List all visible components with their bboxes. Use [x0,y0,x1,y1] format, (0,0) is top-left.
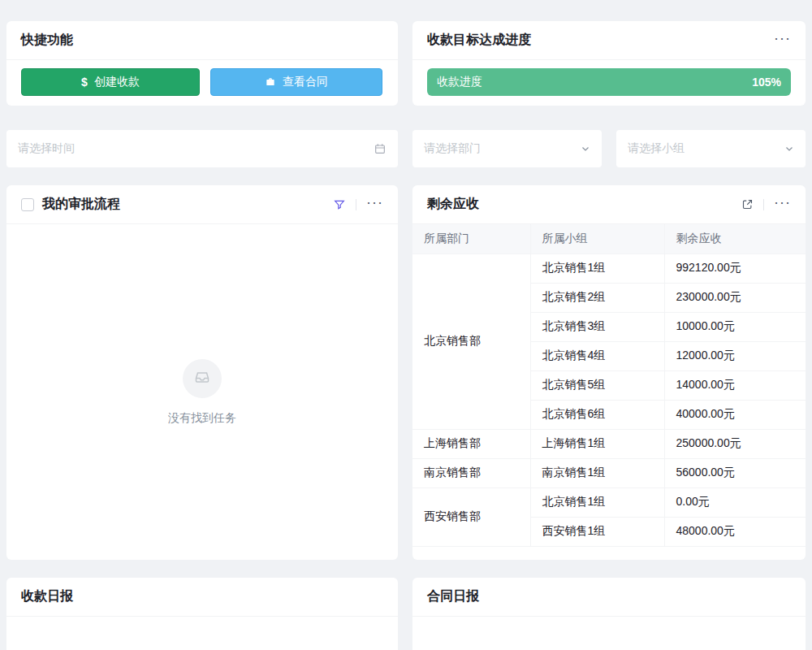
table-row: 北京销售部北京销售1组992120.00元 [412,254,806,283]
empty-state-text: 没有找到任务 [168,411,236,426]
department-cell: 南京销售部 [412,458,530,488]
quick-actions-title: 快捷功能 [21,32,73,49]
collection-progress-bar: 收款进度 105% [427,68,791,96]
amount-cell: 230000.00元 [664,283,806,312]
more-icon[interactable]: ··· [774,31,791,50]
calendar-icon [374,142,387,155]
column-header-group: 所属小组 [530,224,664,254]
group-cell: 北京销售1组 [530,254,664,283]
approval-flow-title: 我的审批流程 [42,196,120,213]
filter-icon[interactable] [333,198,346,211]
amount-cell: 992120.00元 [664,254,806,283]
department-cell: 西安销售部 [412,488,530,546]
briefcase-icon [265,76,276,88]
group-cell: 北京销售2组 [530,283,664,312]
divider [356,199,356,210]
create-payment-label: 创建收款 [94,75,140,89]
department-cell: 北京销售部 [412,254,530,429]
amount-cell: 56000.00元 [664,458,806,488]
column-header-department: 所属部门 [412,224,530,254]
table-header-row: 所属部门 所属小组 剩余应收 [412,224,806,254]
more-icon[interactable]: ··· [366,195,383,214]
contract-daily-report-title: 合同日报 [427,588,479,605]
goal-progress-title: 收款目标达成进度 [427,32,531,49]
amount-cell: 14000.00元 [664,370,806,400]
payment-daily-report-title: 收款日报 [21,588,73,605]
amount-cell: 10000.00元 [664,312,806,341]
department-cell: 上海销售部 [412,429,530,458]
view-contract-button[interactable]: 查看合同 [210,68,382,96]
chevron-down-icon [784,144,794,154]
goal-progress-card: 收款目标达成进度 ··· 收款进度 105% [412,21,806,106]
column-header-amount: 剩余应收 [664,224,806,254]
external-link-icon[interactable] [741,198,754,210]
table-row: 西安销售部北京销售1组0.00元 [412,488,806,517]
amount-cell: 250000.00元 [664,429,806,458]
group-cell: 北京销售5组 [530,370,664,400]
contract-daily-report-card: 合同日报 [412,578,806,650]
remaining-receivables-card: 剩余应收 ··· 所属部门 所属小组 剩余应收 [412,185,806,560]
amount-cell: 48000.00元 [664,517,806,546]
more-icon[interactable]: ··· [774,195,791,214]
divider [763,199,764,210]
time-select-placeholder: 请选择时间 [18,141,75,156]
progress-bar-label: 收款进度 [437,75,482,89]
group-select[interactable]: 请选择小组 [616,130,806,167]
group-cell: 北京销售6组 [530,400,664,429]
approval-flow-card: 我的审批流程 ··· [6,185,398,560]
receivables-table: 所属部门 所属小组 剩余应收 北京销售部北京销售1组992120.00元北京销售… [412,224,806,547]
group-cell: 北京销售4组 [530,341,664,370]
amount-cell: 0.00元 [664,488,806,517]
receivables-table-body: 北京销售部北京销售1组992120.00元北京销售2组230000.00元北京销… [412,254,806,546]
select-all-checkbox[interactable] [21,198,34,211]
group-cell: 西安销售1组 [530,517,664,546]
amount-cell: 40000.00元 [664,400,806,429]
department-select-placeholder: 请选择部门 [424,141,481,156]
empty-state-circle [183,359,222,398]
department-select[interactable]: 请选择部门 [412,130,602,167]
group-cell: 北京销售1组 [530,488,664,517]
group-select-placeholder: 请选择小组 [628,141,685,156]
receivables-title: 剩余应收 [427,196,479,213]
time-select-input[interactable]: 请选择时间 [6,130,398,167]
view-contract-label: 查看合同 [283,75,328,89]
quick-actions-card: 快捷功能 $ 创建收款 查看合同 [6,21,398,106]
create-payment-button[interactable]: $ 创建收款 [21,68,200,96]
payment-daily-report-card: 收款日报 [6,578,398,650]
chevron-down-icon [581,144,590,154]
table-row: 南京销售部南京销售1组56000.00元 [412,458,806,488]
table-row: 上海销售部上海销售1组250000.00元 [412,429,806,458]
group-cell: 南京销售1组 [530,458,664,488]
dollar-icon: $ [81,76,88,89]
group-cell: 北京销售3组 [530,312,664,341]
inbox-icon [192,367,212,390]
dashboard-page: 快捷功能 $ 创建收款 查看合同 收款目标达成进度 ··· [0,0,812,650]
group-cell: 上海销售1组 [530,429,664,458]
amount-cell: 12000.00元 [664,341,806,370]
progress-bar-value: 105% [752,76,781,89]
